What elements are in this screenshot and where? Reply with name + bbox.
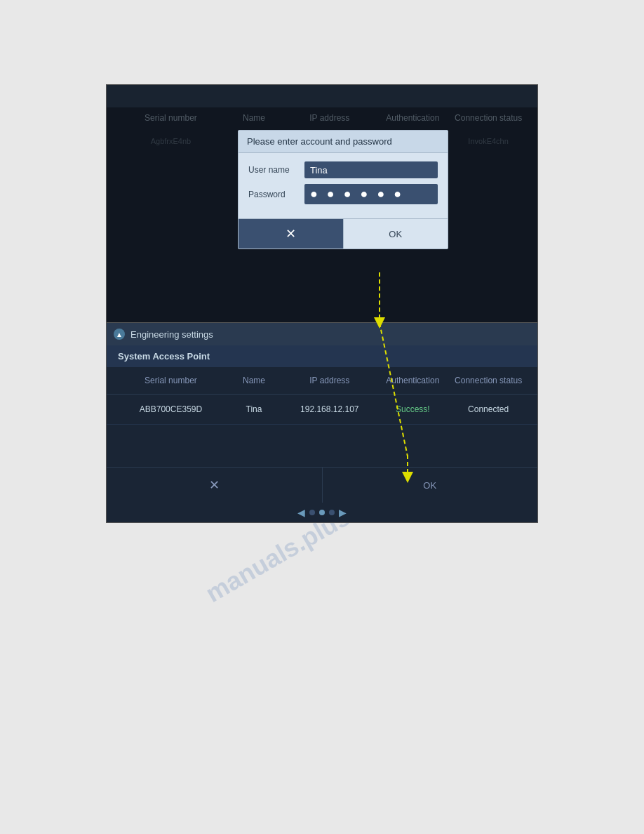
row-auth: Success! (375, 404, 450, 414)
bottom-panel-data-row: ABB700CE359D Tina 192.168.12.107 Success… (107, 395, 537, 425)
bottom-panel-footer: ✕ OK (107, 467, 537, 503)
password-value[interactable]: ● ● ● ● ● ● (304, 184, 438, 204)
footer-ok-button[interactable]: OK (323, 468, 538, 503)
password-field: Password ● ● ● ● ● ● (248, 184, 438, 204)
nav-dot-3[interactable] (329, 510, 335, 515)
bottom-col-ip: IP address (284, 376, 375, 385)
dialog-cancel-button[interactable]: ✕ (239, 219, 344, 249)
dialog-buttons: ✕ OK (239, 218, 448, 249)
panels-wrapper: manuals.plus manuals.plus Serial number … (106, 84, 538, 523)
dialog-title: Please enter account and password (239, 131, 448, 153)
bottom-panel: ▲ Engineering settings System Access Poi… (106, 323, 538, 523)
panel-header-title: Engineering settings (130, 329, 213, 340)
footer-cancel-button[interactable]: ✕ (107, 468, 323, 503)
nav-dot-2[interactable] (319, 510, 325, 515)
username-label: User name (248, 165, 304, 175)
username-value[interactable]: Tina (304, 161, 438, 178)
nav-left-arrow[interactable]: ◀ (297, 507, 305, 518)
row-ip: 192.168.12.107 (284, 404, 375, 414)
page-container: manuals.plus manuals.plus Serial number … (0, 0, 644, 834)
row-conn: Connected (450, 404, 526, 414)
connection-status-text: Connected (468, 404, 509, 414)
nav-dot-1[interactable] (309, 510, 315, 515)
bottom-col-name: Name (224, 376, 284, 385)
dialog-body: User name Tina Password ● ● ● ● ● ● (239, 153, 448, 218)
bottom-col-auth: Authentication (375, 376, 450, 385)
auth-success-badge: Success! (396, 404, 430, 414)
bottom-panel-header: ▲ Engineering settings (107, 323, 537, 345)
dialog-box: Please enter account and password User n… (238, 130, 448, 249)
nav-right-arrow[interactable]: ▶ (339, 507, 347, 518)
bottom-col-serial: Serial number (118, 376, 224, 385)
top-panel: Serial number Name IP address Authentica… (106, 84, 538, 323)
dialog-overlay: Please enter account and password User n… (107, 85, 537, 322)
bottom-table-header: Serial number Name IP address Authentica… (107, 367, 537, 395)
row-name: Tina (224, 404, 284, 414)
system-access-point-title: System Access Point (107, 345, 537, 367)
dialog-ok-button[interactable]: OK (344, 219, 448, 249)
panel-header-icon: ▲ (114, 329, 125, 340)
row-serial: ABB700CE359D (118, 404, 224, 414)
password-label: Password (248, 190, 304, 199)
nav-dots: ◀ ▶ (107, 503, 537, 522)
username-field: User name Tina (248, 161, 438, 178)
bottom-col-conn: Connection status (450, 376, 526, 385)
